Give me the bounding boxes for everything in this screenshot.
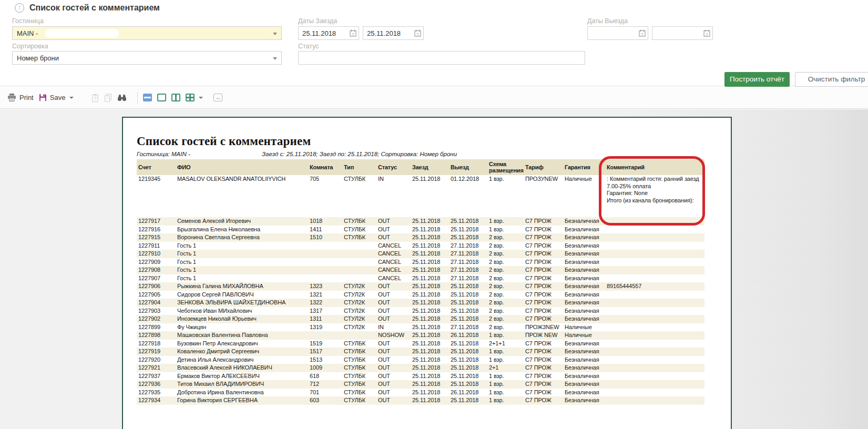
cell-room: 618 <box>308 372 342 381</box>
cell-name: Машковская Валентина Павловна <box>176 331 308 340</box>
cell-guarantee: Безналичная <box>563 250 605 258</box>
chevron-down-icon <box>199 97 203 99</box>
departure-date-from-field[interactable]: 7 <box>587 26 648 40</box>
calendar-icon[interactable]: 7 <box>703 29 710 37</box>
cell-status: OUT <box>376 396 411 405</box>
cell-name: Иноземцев Николай Юрьевич <box>176 315 308 323</box>
find-button[interactable] <box>117 94 127 101</box>
departure-date-to-input[interactable] <box>652 27 703 39</box>
cell-arrival: 25.11.2018 <box>411 331 449 340</box>
cell-type: СТУЛБК <box>342 233 376 242</box>
cell-tariff: С7 ПРОЖ <box>524 274 563 283</box>
cell-type: СТУЛ2К <box>342 315 376 323</box>
departure-date-to-field[interactable]: 7 <box>652 26 713 40</box>
column-header: Комментарий <box>605 159 704 175</box>
grid-view-button[interactable] <box>186 94 203 101</box>
cell-tariff: ПРОЖ3NEW <box>524 323 563 332</box>
cell-name: Чеботков Иван МИхайлович <box>176 307 308 315</box>
arrival-date-from-input[interactable] <box>299 27 349 39</box>
cell-tariff: С7 ПРОЖ <box>524 282 563 291</box>
cell-scheme: 2 взр. <box>487 266 524 274</box>
cell-guarantee: Безналичная <box>563 396 605 405</box>
calendar-icon[interactable]: 7 <box>414 29 421 37</box>
calendar-icon[interactable]: 7 <box>639 29 646 37</box>
cell-scheme: 2 взр. <box>487 323 524 332</box>
cell-room <box>308 331 342 340</box>
cell-room: 603 <box>308 396 342 405</box>
hotel-select[interactable]: MAIN - <box>12 26 282 40</box>
cell-arrival: 25.11.2018 <box>411 372 449 381</box>
cell-account: 1227905 <box>137 291 176 299</box>
cell-status: CANCEL <box>376 258 411 267</box>
arrival-date-from-field[interactable]: 7 <box>298 26 359 40</box>
continuous-view-button[interactable] <box>143 94 152 101</box>
cell-scheme: 1 взр. <box>487 348 524 356</box>
table-row: 1219345MASALOV OLEKSANDR ANATOLIIYVICH70… <box>137 175 704 217</box>
table-row: 1227934Горина Виктория СЕРГЕЕВНА603СТУЛБ… <box>137 396 704 405</box>
build-report-button[interactable]: Построить отчёт <box>724 72 790 87</box>
report-subtitle-hotel: Гостиница: MAIN - <box>137 151 262 157</box>
cell-departure: 25.11.2018 <box>449 364 487 372</box>
sort-select-value: Номер брони <box>17 54 59 62</box>
arrival-date-to-field[interactable]: 7 <box>363 26 424 40</box>
cell-arrival: 25.11.2018 <box>411 291 449 299</box>
cell-departure: 25.11.2018 <box>449 380 487 389</box>
page-width-button[interactable]: ↔ <box>213 94 222 101</box>
grid-view-icon <box>186 94 195 101</box>
cell-room <box>308 258 342 267</box>
cell-account: 1227908 <box>137 266 176 274</box>
cell-scheme: 2 взр. <box>487 291 524 299</box>
clear-filter-button[interactable]: Очистить фильтр <box>795 72 868 87</box>
cell-guarantee: Безналичная <box>563 299 605 307</box>
cell-status: OUT <box>376 291 411 299</box>
collapse-panel-icon[interactable]: ↑ <box>15 3 24 13</box>
cell-scheme: 2+1+1 <box>487 340 524 348</box>
cell-comment <box>605 242 704 250</box>
cell-tariff: С7 ПРОЖ <box>524 226 563 234</box>
arrival-date-to-input[interactable] <box>363 27 414 39</box>
page-title: Список гостей с комментарием <box>29 3 160 13</box>
cell-scheme: 2 взр. <box>487 258 524 267</box>
cell-status: OUT <box>376 348 411 356</box>
cell-guarantee: Безналичная <box>563 291 605 299</box>
cell-account: 1227921 <box>137 364 176 372</box>
cell-arrival: 25.11.2018 <box>411 266 449 274</box>
cell-tariff: С7 ПРОЖ <box>524 250 563 258</box>
status-input[interactable] <box>298 51 585 65</box>
continuous-view-icon <box>143 94 152 101</box>
cell-name: Бузовкин Петр Александрович <box>176 340 308 348</box>
cell-status: OUT <box>376 282 411 291</box>
cell-comment <box>605 364 704 372</box>
cell-arrival: 25.11.2018 <box>411 307 449 315</box>
column-header: Статус <box>376 159 411 175</box>
two-page-view-button[interactable] <box>171 94 180 101</box>
cell-type: СТУЛБК <box>342 380 376 389</box>
single-page-view-button[interactable] <box>157 94 166 101</box>
cell-comment <box>605 291 704 299</box>
sort-select[interactable]: Номер брони <box>12 51 282 65</box>
table-row: 1227920Детина Илья Александрович1513СТУЛ… <box>137 356 704 364</box>
copy-button[interactable] <box>104 94 112 102</box>
cell-departure: 27.11.2018 <box>449 323 487 332</box>
departure-date-from-input[interactable] <box>588 27 638 39</box>
cell-room <box>308 250 342 258</box>
cell-type: СТУЛБК <box>342 175 376 217</box>
cell-room: 1323 <box>308 282 342 291</box>
save-button[interactable]: Save <box>39 94 74 101</box>
cell-departure: 25.11.2018 <box>449 217 487 226</box>
print-button[interactable]: Print <box>7 94 34 101</box>
cell-type <box>342 258 376 267</box>
table-row: 1227921Власевский Алексей НИКОЛАЕВИЧ1009… <box>137 364 704 372</box>
cell-comment <box>605 226 704 234</box>
cell-account: 1227918 <box>137 340 176 348</box>
calendar-icon[interactable]: 7 <box>350 29 356 37</box>
clipboard-question-button[interactable]: ? <box>91 94 99 102</box>
cell-guarantee: Безналичная <box>563 258 605 267</box>
toolbar-separator <box>137 92 138 104</box>
table-row: 1227910Гость 1CANCEL25.11.201827.11.2018… <box>137 250 704 258</box>
cell-account: 1227937 <box>137 372 176 381</box>
cell-account: 1227904 <box>137 299 176 307</box>
cell-departure: 25.11.2018 <box>449 340 487 348</box>
cell-departure: 26.11.2018 <box>449 389 487 397</box>
cell-name: Ермаков Виктор АЛЕКСЕЕВИЧ <box>176 372 308 381</box>
